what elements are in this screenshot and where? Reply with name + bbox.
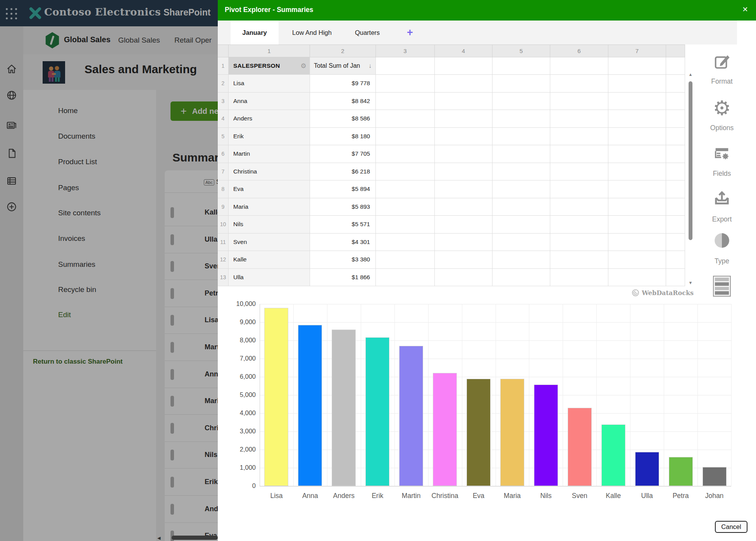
pivot-cell[interactable] — [608, 75, 666, 93]
webdatarocks-branding[interactable]: WebDataRocks — [601, 289, 694, 297]
pivot-cell[interactable] — [666, 110, 685, 128]
pivot-cell[interactable] — [493, 110, 550, 128]
pivot-value-cell[interactable]: $5 893 — [310, 198, 376, 216]
pivot-name-cell[interactable]: Eva — [229, 180, 310, 198]
pivot-cell[interactable] — [435, 128, 493, 146]
options-label[interactable]: Options — [697, 124, 747, 132]
grid-view-icon[interactable] — [713, 276, 731, 297]
pivot-cell[interactable] — [376, 110, 435, 128]
pivot-cell[interactable] — [550, 234, 608, 251]
pivot-cell[interactable] — [435, 234, 493, 251]
add-sheet-icon[interactable]: + — [403, 21, 417, 45]
pivot-cell[interactable] — [666, 251, 685, 269]
close-icon[interactable]: × — [742, 4, 748, 15]
pivot-name-cell[interactable]: Sven — [229, 234, 310, 251]
pivot-col-header[interactable]: 2 — [310, 45, 376, 57]
pivot-cell[interactable] — [435, 251, 493, 269]
scrollbar-thumb[interactable] — [689, 81, 692, 240]
pivot-cell[interactable] — [376, 269, 435, 287]
pivot-value-cell[interactable]: $5 894 — [310, 180, 376, 198]
pivot-cell[interactable] — [493, 180, 550, 198]
pivot-cell[interactable] — [376, 251, 435, 269]
pivot-cell[interactable] — [608, 216, 666, 234]
pivot-field-cell[interactable]: SALESPERSON⚙ — [229, 57, 310, 75]
pivot-name-cell[interactable]: Christina — [229, 163, 310, 181]
pivot-cell[interactable] — [666, 57, 685, 75]
pivot-cell[interactable] — [493, 198, 550, 216]
pivot-cell[interactable] — [493, 128, 550, 146]
pivot-cell[interactable] — [435, 180, 493, 198]
pivot-name-cell[interactable]: Lisa — [229, 75, 310, 93]
pivot-cell[interactable] — [550, 198, 608, 216]
pivot-cell[interactable] — [376, 216, 435, 234]
pivot-cell[interactable] — [550, 75, 608, 93]
pivot-col-header[interactable]: 5 — [493, 45, 550, 57]
pivot-cell[interactable] — [493, 145, 550, 163]
format-icon[interactable] — [713, 53, 731, 72]
pivot-cell[interactable] — [666, 128, 685, 146]
pivot-value-cell[interactable]: $8 586 — [310, 110, 376, 128]
pivot-cell[interactable] — [550, 145, 608, 163]
pivot-cell[interactable] — [493, 251, 550, 269]
type-icon[interactable] — [712, 231, 732, 252]
pivot-cell[interactable] — [376, 163, 435, 181]
pivot-col-header[interactable]: 3 — [376, 45, 435, 57]
pivot-value-cell[interactable]: $7 705 — [310, 145, 376, 163]
pivot-cell[interactable] — [376, 93, 435, 110]
pivot-cell[interactable] — [608, 180, 666, 198]
pivot-cell[interactable] — [608, 163, 666, 181]
pivot-cell[interactable] — [435, 57, 493, 75]
fields-icon[interactable] — [713, 144, 731, 163]
pivot-cell[interactable] — [666, 145, 685, 163]
pivot-name-cell[interactable]: Anders — [229, 110, 310, 128]
pivot-cell[interactable] — [666, 163, 685, 181]
pivot-cell[interactable] — [608, 128, 666, 146]
pivot-cell[interactable] — [493, 216, 550, 234]
pivot-cell[interactable] — [435, 216, 493, 234]
pivot-cell[interactable] — [666, 216, 685, 234]
pivot-cell[interactable] — [550, 110, 608, 128]
tab-quarters[interactable]: Quarters — [346, 21, 389, 45]
pivot-cell[interactable] — [550, 93, 608, 110]
gear-icon[interactable]: ⚙ — [300, 62, 307, 70]
pivot-col-header[interactable]: 6 — [550, 45, 608, 57]
pivot-name-cell[interactable]: Maria — [229, 198, 310, 216]
format-label[interactable]: Format — [697, 77, 747, 86]
pivot-name-cell[interactable]: Erik — [229, 128, 310, 146]
pivot-value-cell[interactable]: $5 571 — [310, 216, 376, 234]
options-icon[interactable]: ⚙ — [713, 99, 731, 117]
pivot-cell[interactable] — [608, 269, 666, 287]
pivot-cell[interactable] — [550, 180, 608, 198]
pivot-cell[interactable] — [608, 93, 666, 110]
pivot-cell[interactable] — [666, 75, 685, 93]
scroll-down-icon[interactable]: ▼ — [687, 280, 694, 285]
pivot-cell[interactable] — [435, 163, 493, 181]
pivot-value-cell[interactable]: $8 842 — [310, 93, 376, 110]
pivot-cell[interactable] — [493, 93, 550, 110]
pivot-cell[interactable] — [376, 57, 435, 75]
pivot-cell[interactable] — [666, 93, 685, 110]
pivot-cell[interactable] — [666, 180, 685, 198]
pivot-name-cell[interactable]: Ulla — [229, 269, 310, 287]
pivot-cell[interactable] — [550, 269, 608, 287]
pivot-cell[interactable] — [608, 198, 666, 216]
pivot-value-cell[interactable]: $8 180 — [310, 128, 376, 146]
pivot-cell[interactable] — [608, 110, 666, 128]
pivot-col-header[interactable]: 1 — [229, 45, 310, 57]
pivot-cell[interactable] — [435, 110, 493, 128]
export-label[interactable]: Export — [697, 215, 747, 223]
tab-low-and-high[interactable]: Low And High — [284, 21, 340, 45]
tab-january[interactable]: January — [231, 21, 279, 45]
pivot-cell[interactable] — [608, 57, 666, 75]
pivot-cell[interactable] — [493, 75, 550, 93]
pivot-cell[interactable] — [666, 269, 685, 287]
pivot-cell[interactable] — [435, 75, 493, 93]
pivot-cell[interactable] — [550, 163, 608, 181]
pivot-cell[interactable] — [550, 216, 608, 234]
pivot-cell[interactable] — [666, 198, 685, 216]
cancel-button[interactable]: Cancel — [715, 521, 747, 533]
pivot-cell[interactable] — [435, 93, 493, 110]
pivot-cell[interactable] — [376, 234, 435, 251]
pivot-cell[interactable] — [493, 234, 550, 251]
pivot-cell[interactable] — [376, 75, 435, 93]
